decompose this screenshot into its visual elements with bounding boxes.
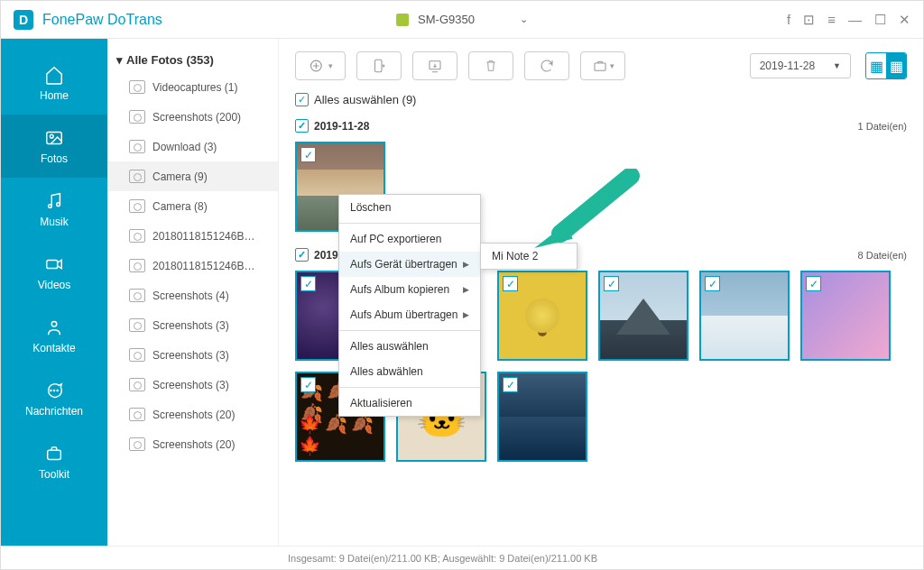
svg-rect-11 <box>375 60 383 72</box>
group-checkbox[interactable]: ✓ <box>295 119 309 133</box>
folder-item[interactable]: 20180118151246B… <box>107 221 278 251</box>
nav-videos[interactable]: Videos <box>1 241 107 304</box>
album-icon <box>129 140 145 153</box>
svg-rect-4 <box>47 260 58 268</box>
svg-point-1 <box>50 134 53 138</box>
add-button[interactable]: ▾ <box>295 51 346 80</box>
svg-point-3 <box>57 203 60 207</box>
photo-thumbnail[interactable]: ✓ <box>800 271 891 361</box>
album-icon <box>129 199 145 213</box>
svg-rect-0 <box>47 133 62 144</box>
folder-item[interactable]: Screenshots (3) <box>107 340 278 370</box>
group-checkbox[interactable]: ✓ <box>295 248 309 262</box>
contacts-icon <box>43 317 65 338</box>
folder-item[interactable]: Screenshots (3) <box>107 310 278 340</box>
caret-down-icon: ▾ <box>116 53 123 67</box>
album-icon <box>129 348 145 362</box>
svg-point-8 <box>57 390 58 391</box>
folder-header[interactable]: ▾ Alle Fotos (353) <box>107 48 278 72</box>
folder-item[interactable]: Download (3) <box>107 132 278 161</box>
export-pc-button[interactable] <box>412 51 457 80</box>
svg-point-7 <box>53 390 54 391</box>
submenu-device[interactable]: Mi Note 2 <box>481 244 577 269</box>
home-icon <box>43 64 65 86</box>
folder-item[interactable]: Screenshots (20) <box>107 429 278 459</box>
feedback-icon[interactable]: ⊡ <box>803 12 815 28</box>
select-all-checkbox[interactable]: ✓ <box>295 93 309 106</box>
album-icon <box>129 170 145 183</box>
device-name: SM-G9350 <box>418 13 475 26</box>
nav-photos[interactable]: Fotos <box>1 115 107 178</box>
android-icon <box>396 14 409 26</box>
close-button[interactable]: ✕ <box>899 12 910 28</box>
album-icon <box>129 318 145 332</box>
photo-thumbnail[interactable]: ✓ <box>699 271 790 361</box>
nav-home[interactable]: Home <box>1 51 107 115</box>
album-icon <box>129 259 145 272</box>
menu-icon[interactable]: ≡ <box>827 12 836 27</box>
menu-transfer-device[interactable]: Aufs Gerät übertragen▶ <box>339 252 480 277</box>
group-header[interactable]: ✓ 2019-11-28 1 Datei(en) <box>295 114 907 138</box>
menu-delete[interactable]: Löschen <box>339 195 480 220</box>
date-filter[interactable]: 2019-11-28 ▼ <box>750 53 851 78</box>
folder-item[interactable]: Videocaptures (1) <box>107 72 278 102</box>
photo-checkbox[interactable]: ✓ <box>705 276 720 291</box>
folder-item[interactable]: Screenshots (20) <box>107 400 278 429</box>
select-all[interactable]: ✓ Alles auswählen (9) <box>279 89 923 114</box>
nav-messages[interactable]: Nachrichten <box>1 367 107 430</box>
album-icon <box>129 110 145 124</box>
photo-checkbox[interactable]: ✓ <box>300 276 316 291</box>
status-bar: Insgesamt: 9 Datei(en)/211.00 KB; Ausgew… <box>1 546 923 569</box>
chevron-down-icon: ⌄ <box>520 14 528 25</box>
device-selector[interactable]: SM-G9350 ⌄ <box>374 9 550 30</box>
menu-transfer-album[interactable]: Aufs Abum übertragen▶ <box>339 302 480 327</box>
photos-icon <box>43 127 65 149</box>
view-list-button[interactable]: ▦ <box>866 53 886 78</box>
export-device-button[interactable] <box>356 51 402 80</box>
folder-item[interactable]: 20180118151246B… <box>107 251 278 280</box>
caret-down-icon: ▼ <box>833 61 841 70</box>
folder-item[interactable]: Screenshots (200) <box>107 102 278 132</box>
folder-item[interactable]: Camera (9) <box>107 161 278 191</box>
folder-item[interactable]: Screenshots (4) <box>107 280 278 310</box>
app-logo: D <box>14 10 33 30</box>
photo-checkbox[interactable]: ✓ <box>300 377 316 392</box>
menu-copy-album[interactable]: Aufs Album kopieren▶ <box>339 277 480 302</box>
album-icon <box>129 289 145 302</box>
menu-export-pc[interactable]: Auf PC exportieren <box>339 226 480 252</box>
toolkit-icon <box>43 443 65 464</box>
photo-thumbnail[interactable]: ✓ <box>497 372 587 462</box>
svg-point-2 <box>49 205 52 208</box>
delete-button[interactable] <box>468 51 513 80</box>
maximize-button[interactable]: ☐ <box>874 12 886 28</box>
refresh-button[interactable] <box>524 51 569 80</box>
photo-thumbnail[interactable]: ✓ <box>497 271 587 361</box>
nav-contacts[interactable]: Kontakte <box>1 304 107 367</box>
photo-checkbox[interactable]: ✓ <box>300 147 316 162</box>
photo-checkbox[interactable]: ✓ <box>806 276 821 291</box>
minimize-button[interactable]: — <box>848 12 862 27</box>
folder-item[interactable]: Camera (8) <box>107 191 278 221</box>
context-menu: Löschen Auf PC exportieren Aufs Gerät üb… <box>338 194 481 417</box>
view-grid-button[interactable]: ▦ <box>886 53 906 78</box>
nav-toolkit[interactable]: Toolkit <box>1 430 107 493</box>
photo-checkbox[interactable]: ✓ <box>604 276 619 291</box>
svg-rect-9 <box>48 450 61 459</box>
folder-item[interactable]: Screenshots (3) <box>107 370 278 400</box>
more-button[interactable]: ▾ <box>580 51 625 80</box>
context-submenu: Mi Note 2 <box>480 243 578 270</box>
menu-refresh[interactable]: Aktualisieren <box>339 391 480 416</box>
photo-checkbox[interactable]: ✓ <box>503 377 518 392</box>
messages-icon <box>43 380 65 401</box>
nav-music[interactable]: Musik <box>1 178 107 241</box>
album-icon <box>129 378 145 391</box>
menu-select-all[interactable]: Alles auswählen <box>339 334 480 359</box>
folder-list: ▾ Alle Fotos (353) Videocaptures (1)Scre… <box>107 39 279 546</box>
album-icon <box>129 229 145 243</box>
submenu-arrow-icon: ▶ <box>463 285 469 294</box>
menu-deselect-all[interactable]: Alles abwählen <box>339 359 480 384</box>
photo-thumbnail[interactable]: ✓ <box>598 271 688 361</box>
photo-checkbox[interactable]: ✓ <box>503 276 518 291</box>
facebook-icon[interactable]: f <box>787 12 790 27</box>
svg-point-5 <box>51 322 57 327</box>
